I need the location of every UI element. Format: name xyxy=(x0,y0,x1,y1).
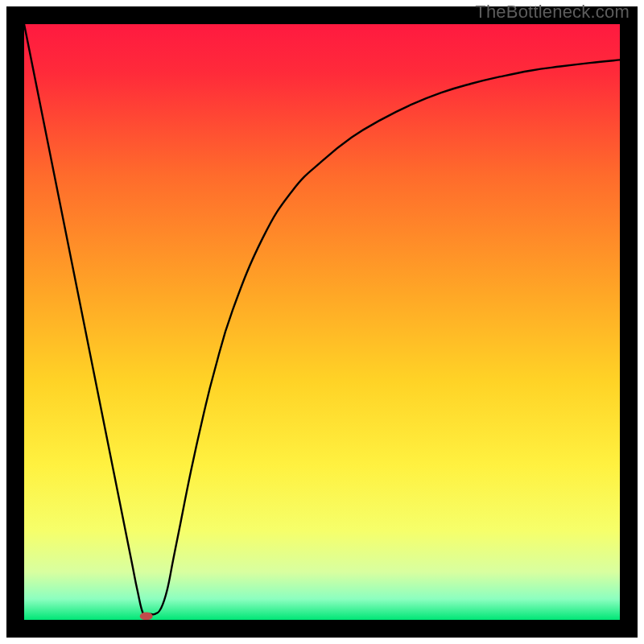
watermark-label: TheBottleneck.com xyxy=(475,2,630,23)
bottleneck-chart xyxy=(0,0,644,644)
chart-marker xyxy=(140,613,153,621)
svg-rect-3 xyxy=(6,620,638,638)
svg-point-1 xyxy=(140,613,153,621)
svg-rect-5 xyxy=(620,6,638,638)
svg-rect-4 xyxy=(6,6,24,638)
svg-rect-0 xyxy=(24,24,620,620)
chart-background xyxy=(24,24,620,620)
chart-container: TheBottleneck.com xyxy=(0,0,644,644)
